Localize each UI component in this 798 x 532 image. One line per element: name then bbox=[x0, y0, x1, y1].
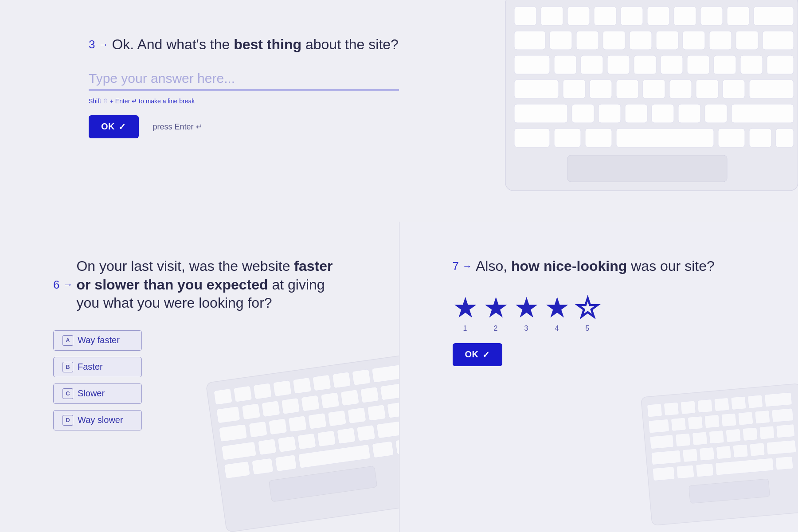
answer-input[interactable] bbox=[89, 67, 399, 90]
star-3[interactable]: ★ bbox=[514, 293, 539, 322]
question-3-bold: best thing bbox=[234, 36, 301, 52]
svg-rect-13 bbox=[576, 31, 598, 50]
choice-label-a: Way faster bbox=[78, 335, 120, 345]
svg-rect-2 bbox=[541, 7, 563, 25]
ok-button-row: OK ✓ press Enter ↵ bbox=[89, 115, 443, 138]
svg-rect-25 bbox=[634, 55, 656, 74]
star-5[interactable]: ☆ bbox=[575, 293, 600, 322]
choice-item-a[interactable]: A Way faster bbox=[53, 330, 346, 351]
answer-input-wrapper bbox=[89, 67, 399, 90]
svg-rect-106 bbox=[748, 395, 763, 409]
keyboard-decoration-right bbox=[636, 379, 798, 532]
star-3-wrapper: ★ 3 bbox=[514, 293, 539, 332]
svg-rect-21 bbox=[514, 55, 550, 74]
svg-rect-45 bbox=[678, 104, 700, 123]
svg-rect-112 bbox=[721, 413, 736, 427]
svg-rect-42 bbox=[598, 104, 621, 123]
svg-rect-19 bbox=[736, 31, 758, 50]
svg-rect-8 bbox=[700, 7, 723, 25]
choice-item-d[interactable]: D Way slower bbox=[53, 410, 346, 430]
svg-rect-64 bbox=[352, 369, 370, 386]
ok-label-right: OK bbox=[465, 349, 479, 360]
svg-rect-41 bbox=[572, 104, 594, 123]
star-2-wrapper: ★ 2 bbox=[483, 293, 509, 332]
left-panel: 6 → On your last visit, was the website … bbox=[0, 222, 399, 532]
svg-rect-33 bbox=[590, 80, 612, 98]
svg-rect-108 bbox=[649, 419, 669, 433]
choice-label-d: Way slower bbox=[78, 415, 123, 425]
star-4-number: 4 bbox=[555, 325, 559, 332]
svg-rect-104 bbox=[714, 398, 729, 411]
star-4-wrapper: ★ 4 bbox=[544, 293, 570, 332]
checkmark-icon-top: ✓ bbox=[118, 121, 126, 132]
svg-rect-85 bbox=[258, 439, 276, 455]
svg-rect-128 bbox=[733, 444, 748, 458]
ok-button-row-right: OK ✓ bbox=[453, 343, 745, 366]
star-5-wrapper: ☆ 5 bbox=[575, 293, 600, 332]
arrow-icon-7: → bbox=[462, 261, 472, 272]
choice-item-c[interactable]: C Slower bbox=[53, 383, 346, 404]
svg-rect-105 bbox=[731, 396, 746, 410]
svg-rect-129 bbox=[750, 443, 765, 457]
choice-button-d[interactable]: D Way slower bbox=[53, 410, 142, 430]
svg-rect-37 bbox=[696, 80, 718, 98]
question-6-text: On your last visit, was the website fast… bbox=[76, 257, 345, 313]
svg-rect-7 bbox=[674, 7, 696, 25]
svg-rect-96 bbox=[372, 441, 394, 458]
svg-rect-15 bbox=[630, 31, 652, 50]
svg-rect-34 bbox=[616, 80, 638, 98]
svg-rect-46 bbox=[705, 104, 727, 123]
star-3-number: 3 bbox=[524, 325, 528, 332]
choice-key-c: C bbox=[63, 388, 73, 399]
left-question-content: 6 → On your last visit, was the website … bbox=[53, 257, 346, 430]
choice-button-a[interactable]: A Way faster bbox=[53, 330, 142, 351]
svg-rect-110 bbox=[688, 416, 703, 430]
bottom-section: 6 → On your last visit, was the website … bbox=[0, 222, 798, 532]
choice-button-c[interactable]: C Slower bbox=[53, 383, 142, 404]
hint-content: Shift ⇧ + Enter ↵ to make a line break bbox=[89, 98, 195, 105]
star-2-number: 2 bbox=[494, 325, 498, 332]
svg-rect-38 bbox=[723, 80, 745, 98]
svg-rect-102 bbox=[681, 401, 696, 415]
choice-button-b[interactable]: B Faster bbox=[53, 357, 142, 377]
ok-button-right[interactable]: OK ✓ bbox=[453, 343, 503, 366]
press-enter-hint: press Enter ↵ bbox=[153, 122, 203, 132]
svg-rect-125 bbox=[683, 449, 698, 462]
ok-button-top[interactable]: OK ✓ bbox=[89, 115, 139, 138]
svg-rect-131 bbox=[653, 466, 675, 481]
svg-rect-31 bbox=[514, 80, 559, 98]
svg-rect-49 bbox=[554, 129, 581, 147]
svg-rect-26 bbox=[661, 55, 683, 74]
question-3-text: Ok. And what's the best thing about the … bbox=[112, 35, 398, 54]
question-6-label: 6 → On your last visit, was the website … bbox=[53, 257, 346, 313]
svg-rect-127 bbox=[716, 446, 731, 459]
svg-rect-35 bbox=[643, 80, 665, 98]
star-2[interactable]: ★ bbox=[483, 293, 509, 322]
choice-item-b[interactable]: B Faster bbox=[53, 357, 346, 377]
choices-list: A Way faster B Faster C Slower bbox=[53, 330, 346, 430]
svg-rect-16 bbox=[656, 31, 678, 50]
svg-rect-124 bbox=[651, 450, 681, 465]
svg-rect-5 bbox=[621, 7, 643, 25]
ok-label-top: OK bbox=[101, 121, 115, 132]
svg-rect-28 bbox=[714, 55, 736, 74]
right-question-content: 7 → Also, how nice-looking was our site?… bbox=[453, 257, 745, 366]
keyboard-decoration-top bbox=[497, 0, 798, 222]
svg-rect-22 bbox=[554, 55, 576, 74]
svg-rect-116 bbox=[650, 434, 674, 449]
svg-rect-39 bbox=[749, 80, 794, 98]
star-4[interactable]: ★ bbox=[544, 293, 570, 322]
svg-rect-133 bbox=[696, 463, 714, 477]
svg-rect-132 bbox=[677, 465, 694, 479]
svg-rect-119 bbox=[709, 430, 724, 444]
star-1[interactable]: ★ bbox=[453, 293, 478, 322]
svg-rect-4 bbox=[594, 7, 616, 25]
svg-rect-120 bbox=[726, 429, 741, 442]
svg-rect-87 bbox=[297, 433, 316, 450]
svg-rect-11 bbox=[514, 31, 545, 50]
right-panel: 7 → Also, how nice-looking was our site?… bbox=[399, 222, 798, 532]
svg-rect-113 bbox=[738, 412, 753, 426]
svg-rect-54 bbox=[776, 129, 794, 147]
top-question-content: 3 → Ok. And what's the best thing about … bbox=[89, 35, 443, 138]
choice-key-a: A bbox=[63, 335, 73, 346]
